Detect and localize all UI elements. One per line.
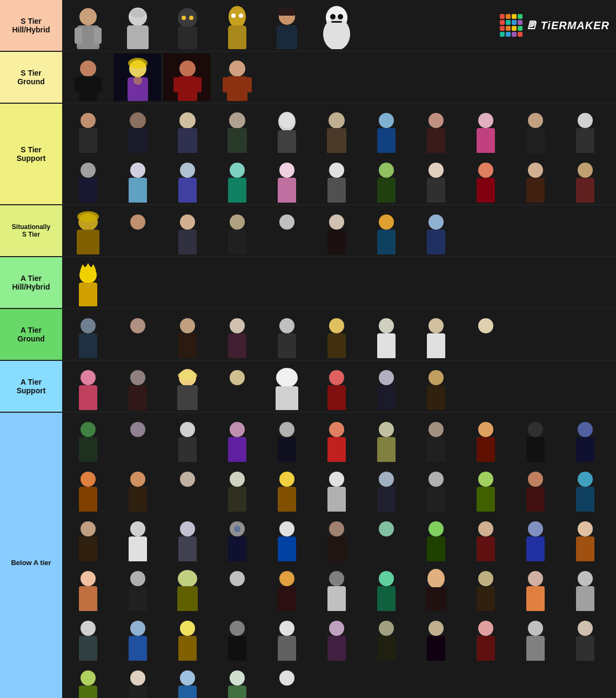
char-ss-11[interactable] [560, 105, 609, 153]
char-ss-22[interactable] [560, 155, 609, 203]
char-ba-36[interactable] [163, 563, 211, 612]
char-ss-2[interactable] [113, 105, 162, 153]
char-ag-1[interactable] [63, 310, 112, 359]
char-ag-3[interactable] [163, 310, 211, 359]
char-ba-42[interactable] [461, 563, 510, 612]
char-sits-1[interactable] [63, 206, 112, 255]
char-ba-54[interactable] [511, 613, 559, 661]
char-ba-5[interactable] [262, 414, 311, 462]
char-ba-34[interactable] [63, 563, 112, 612]
char-ba-1[interactable] [63, 414, 112, 462]
char-ba-48[interactable] [212, 613, 261, 661]
char-ss-10[interactable] [511, 105, 559, 153]
char-s-hill-1[interactable] [63, 1, 112, 50]
char-ss-15[interactable] [212, 155, 261, 203]
char-ss-5[interactable] [262, 105, 311, 153]
char-ag-5[interactable] [262, 310, 311, 359]
char-as-7[interactable] [361, 362, 410, 411]
char-ba-22[interactable] [560, 464, 609, 512]
char-ba-19[interactable] [411, 464, 460, 512]
char-s-ground-4[interactable] [212, 53, 261, 102]
char-s-ground-2[interactable] [113, 53, 162, 102]
char-ba-37[interactable] [212, 563, 261, 612]
char-ag-2[interactable] [113, 310, 162, 359]
char-ba-39[interactable] [312, 563, 360, 612]
char-ss-13[interactable] [113, 155, 162, 203]
char-ba-60[interactable] [262, 662, 311, 698]
char-ba-31[interactable] [461, 513, 510, 562]
char-ba-49[interactable] [262, 613, 311, 661]
char-ba-58[interactable] [163, 662, 211, 698]
char-ba-44[interactable] [560, 563, 609, 612]
char-as-4[interactable] [212, 362, 261, 411]
char-ba-46[interactable] [113, 613, 162, 661]
char-ba-17[interactable] [312, 464, 360, 512]
char-s-hill-6[interactable] [312, 1, 360, 50]
char-ss-21[interactable] [511, 155, 559, 203]
char-ba-13[interactable] [113, 464, 162, 512]
char-ba-18[interactable] [361, 464, 410, 512]
char-ss-14[interactable] [163, 155, 211, 203]
char-ba-57[interactable] [113, 662, 162, 698]
char-ba-4[interactable] [212, 414, 261, 462]
char-ba-25[interactable] [163, 513, 211, 562]
char-ba-55[interactable] [560, 613, 609, 661]
char-as-1[interactable] [63, 362, 112, 411]
char-ba-51[interactable] [361, 613, 410, 661]
char-ag-6[interactable] [312, 310, 360, 359]
char-ba-12[interactable] [63, 464, 112, 512]
char-s-hill-2[interactable] [113, 1, 162, 50]
char-ss-4[interactable] [212, 105, 261, 153]
char-ba-43[interactable] [511, 563, 559, 612]
char-ba-23[interactable] [63, 513, 112, 562]
char-ba-45[interactable] [63, 613, 112, 661]
char-ba-35[interactable] [113, 563, 162, 612]
char-ba-24[interactable] [113, 513, 162, 562]
char-ss-8[interactable] [411, 105, 460, 153]
char-ba-7[interactable] [361, 414, 410, 462]
char-as-6[interactable] [312, 362, 360, 411]
char-ba-29[interactable] [361, 513, 410, 562]
char-ba-15[interactable] [212, 464, 261, 512]
char-ba-20[interactable] [461, 464, 510, 512]
char-ba-28[interactable] [312, 513, 360, 562]
char-ba-6[interactable] [312, 414, 360, 462]
char-ba-47[interactable] [163, 613, 211, 661]
char-sits-7[interactable] [361, 206, 410, 255]
char-ba-30[interactable] [411, 513, 460, 562]
char-ag-9[interactable] [461, 310, 510, 359]
char-ss-18[interactable] [361, 155, 410, 203]
char-sits-8[interactable] [411, 206, 460, 255]
char-ag-7[interactable] [361, 310, 410, 359]
char-sits-6[interactable] [312, 206, 360, 255]
char-s-hill-3[interactable] [163, 1, 211, 50]
char-ba-40[interactable] [361, 563, 410, 612]
char-ba-32[interactable] [511, 513, 559, 562]
char-ss-19[interactable] [411, 155, 460, 203]
char-ba-10[interactable] [511, 414, 559, 462]
char-ah-1[interactable] [63, 258, 112, 307]
char-ss-17[interactable] [312, 155, 360, 203]
char-ba-2[interactable] [113, 414, 162, 462]
char-ba-59[interactable] [212, 662, 261, 698]
char-ba-53[interactable] [461, 613, 510, 661]
char-ba-33[interactable] [560, 513, 609, 562]
char-as-8[interactable] [411, 362, 460, 411]
char-sits-2[interactable] [113, 206, 162, 255]
char-ba-27[interactable] [262, 513, 311, 562]
char-ba-41[interactable] [411, 563, 460, 612]
char-ag-4[interactable] [212, 310, 261, 359]
char-sits-3[interactable] [163, 206, 211, 255]
char-as-5[interactable] [262, 362, 311, 411]
char-ba-50[interactable] [312, 613, 360, 661]
char-ss-7[interactable] [361, 105, 410, 153]
char-ba-52[interactable] [411, 613, 460, 661]
char-ba-14[interactable] [163, 464, 211, 512]
char-s-hill-4[interactable] [212, 1, 261, 50]
char-sits-5[interactable] [262, 206, 311, 255]
char-s-hill-5[interactable] [262, 1, 311, 50]
char-ss-1[interactable] [63, 105, 112, 153]
char-as-2[interactable] [113, 362, 162, 411]
char-ss-20[interactable] [461, 155, 510, 203]
char-ss-16[interactable] [262, 155, 311, 203]
